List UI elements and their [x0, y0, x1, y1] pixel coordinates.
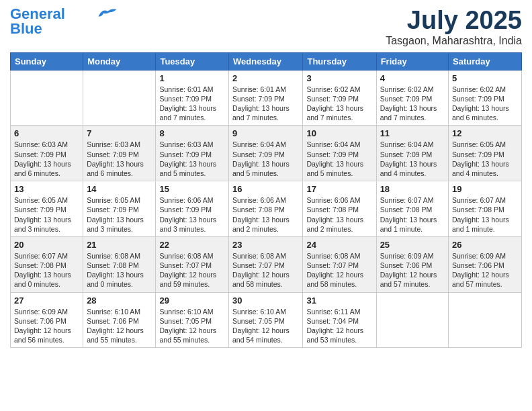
- table-row: 26Sunrise: 6:09 AMSunset: 7:06 PMDayligh…: [449, 236, 522, 292]
- day-number: 28: [87, 295, 152, 306]
- table-row: 23Sunrise: 6:08 AMSunset: 7:07 PMDayligh…: [229, 236, 303, 292]
- table-row: 20Sunrise: 6:07 AMSunset: 7:08 PMDayligh…: [11, 236, 83, 292]
- day-info: Sunrise: 6:02 AMSunset: 7:09 PMDaylight:…: [380, 85, 445, 123]
- table-row: [449, 292, 522, 348]
- table-row: 29Sunrise: 6:10 AMSunset: 7:05 PMDayligh…: [156, 292, 229, 348]
- calendar-week-row: 13Sunrise: 6:05 AMSunset: 7:09 PMDayligh…: [11, 181, 522, 237]
- table-row: 28Sunrise: 6:10 AMSunset: 7:06 PMDayligh…: [83, 292, 156, 348]
- table-row: 18Sunrise: 6:07 AMSunset: 7:08 PMDayligh…: [376, 181, 448, 237]
- table-row: 1Sunrise: 6:01 AMSunset: 7:09 PMDaylight…: [156, 70, 229, 126]
- day-number: 8: [159, 128, 225, 138]
- day-info: Sunrise: 6:11 AMSunset: 7:04 PMDaylight:…: [306, 307, 372, 345]
- day-info: Sunrise: 6:08 AMSunset: 7:07 PMDaylight:…: [306, 251, 372, 289]
- day-info: Sunrise: 6:05 AMSunset: 7:09 PMDaylight:…: [14, 195, 79, 234]
- day-number: 23: [232, 240, 299, 250]
- col-sunday: Sunday: [11, 52, 83, 70]
- table-row: 6Sunrise: 6:03 AMSunset: 7:09 PMDaylight…: [11, 126, 83, 181]
- day-number: 13: [14, 184, 79, 194]
- day-info: Sunrise: 6:10 AMSunset: 7:05 PMDaylight:…: [232, 307, 299, 345]
- day-info: Sunrise: 6:08 AMSunset: 7:07 PMDaylight:…: [159, 251, 225, 289]
- day-info: Sunrise: 6:08 AMSunset: 7:08 PMDaylight:…: [87, 251, 152, 289]
- table-row: 15Sunrise: 6:06 AMSunset: 7:09 PMDayligh…: [156, 181, 229, 237]
- day-number: 12: [452, 128, 518, 138]
- table-row: 3Sunrise: 6:02 AMSunset: 7:09 PMDaylight…: [303, 70, 376, 126]
- day-number: 11: [380, 128, 445, 138]
- table-row: 21Sunrise: 6:08 AMSunset: 7:08 PMDayligh…: [83, 236, 156, 292]
- day-number: 18: [380, 184, 445, 194]
- logo-bird-icon: [97, 7, 118, 19]
- table-row: 24Sunrise: 6:08 AMSunset: 7:07 PMDayligh…: [303, 236, 376, 292]
- day-number: 26: [452, 240, 518, 250]
- logo-text: General: [10, 7, 65, 21]
- day-number: 7: [87, 128, 152, 138]
- day-info: Sunrise: 6:05 AMSunset: 7:09 PMDaylight:…: [87, 195, 152, 234]
- table-row: 30Sunrise: 6:10 AMSunset: 7:05 PMDayligh…: [229, 292, 303, 348]
- calendar-week-row: 1Sunrise: 6:01 AMSunset: 7:09 PMDaylight…: [11, 70, 522, 126]
- day-number: 2: [232, 73, 299, 83]
- header: General Blue July 2025 Tasgaon, Maharash…: [10, 7, 522, 47]
- table-row: 22Sunrise: 6:08 AMSunset: 7:07 PMDayligh…: [156, 236, 229, 292]
- table-row: 8Sunrise: 6:03 AMSunset: 7:09 PMDaylight…: [156, 126, 229, 181]
- table-row: 16Sunrise: 6:06 AMSunset: 7:08 PMDayligh…: [229, 181, 303, 237]
- day-number: 25: [380, 240, 445, 250]
- logo-blue: Blue: [10, 21, 42, 36]
- col-monday: Monday: [83, 52, 156, 70]
- day-number: 16: [232, 184, 299, 194]
- table-row: 27Sunrise: 6:09 AMSunset: 7:06 PMDayligh…: [11, 292, 83, 348]
- day-number: 19: [452, 184, 518, 194]
- table-row: [11, 70, 83, 126]
- table-row: [376, 292, 448, 348]
- day-info: Sunrise: 6:07 AMSunset: 7:08 PMDaylight:…: [452, 195, 518, 234]
- calendar-table: Sunday Monday Tuesday Wednesday Thursday…: [10, 52, 522, 348]
- day-number: 5: [452, 73, 518, 83]
- col-saturday: Saturday: [449, 52, 522, 70]
- day-number: 29: [159, 295, 225, 306]
- day-number: 30: [232, 295, 299, 306]
- table-row: 10Sunrise: 6:04 AMSunset: 7:09 PMDayligh…: [303, 126, 376, 181]
- day-info: Sunrise: 6:07 AMSunset: 7:08 PMDaylight:…: [14, 251, 79, 289]
- day-number: 31: [306, 295, 372, 306]
- day-info: Sunrise: 6:04 AMSunset: 7:09 PMDaylight:…: [232, 140, 299, 178]
- col-thursday: Thursday: [303, 52, 376, 70]
- day-info: Sunrise: 6:04 AMSunset: 7:09 PMDaylight:…: [380, 140, 445, 178]
- table-row: 7Sunrise: 6:03 AMSunset: 7:09 PMDaylight…: [83, 126, 156, 181]
- day-info: Sunrise: 6:06 AMSunset: 7:08 PMDaylight:…: [306, 195, 372, 234]
- day-info: Sunrise: 6:07 AMSunset: 7:08 PMDaylight:…: [380, 195, 445, 234]
- day-info: Sunrise: 6:09 AMSunset: 7:06 PMDaylight:…: [452, 251, 518, 289]
- title-block: July 2025 Tasgaon, Maharashtra, India: [386, 7, 522, 47]
- calendar-header-row: Sunday Monday Tuesday Wednesday Thursday…: [11, 52, 522, 70]
- day-info: Sunrise: 6:09 AMSunset: 7:06 PMDaylight:…: [14, 307, 79, 345]
- col-friday: Friday: [376, 52, 448, 70]
- table-row: 11Sunrise: 6:04 AMSunset: 7:09 PMDayligh…: [376, 126, 448, 181]
- day-number: 24: [306, 240, 372, 250]
- day-info: Sunrise: 6:01 AMSunset: 7:09 PMDaylight:…: [159, 85, 225, 123]
- day-number: 15: [159, 184, 225, 194]
- day-info: Sunrise: 6:08 AMSunset: 7:07 PMDaylight:…: [232, 251, 299, 289]
- table-row: 5Sunrise: 6:02 AMSunset: 7:09 PMDaylight…: [449, 70, 522, 126]
- table-row: 2Sunrise: 6:01 AMSunset: 7:09 PMDaylight…: [229, 70, 303, 126]
- col-tuesday: Tuesday: [156, 52, 229, 70]
- col-wednesday: Wednesday: [229, 52, 303, 70]
- table-row: 13Sunrise: 6:05 AMSunset: 7:09 PMDayligh…: [11, 181, 83, 237]
- day-info: Sunrise: 6:03 AMSunset: 7:09 PMDaylight:…: [14, 140, 79, 178]
- day-number: 21: [87, 240, 152, 250]
- table-row: 9Sunrise: 6:04 AMSunset: 7:09 PMDaylight…: [229, 126, 303, 181]
- table-row: 31Sunrise: 6:11 AMSunset: 7:04 PMDayligh…: [303, 292, 376, 348]
- page-container: General Blue July 2025 Tasgaon, Maharash…: [0, 0, 532, 355]
- day-info: Sunrise: 6:10 AMSunset: 7:05 PMDaylight:…: [159, 307, 225, 345]
- day-info: Sunrise: 6:03 AMSunset: 7:09 PMDaylight:…: [87, 140, 152, 178]
- table-row: 17Sunrise: 6:06 AMSunset: 7:08 PMDayligh…: [303, 181, 376, 237]
- day-number: 1: [159, 73, 225, 83]
- table-row: 14Sunrise: 6:05 AMSunset: 7:09 PMDayligh…: [83, 181, 156, 237]
- day-info: Sunrise: 6:09 AMSunset: 7:06 PMDaylight:…: [380, 251, 445, 289]
- day-info: Sunrise: 6:06 AMSunset: 7:08 PMDaylight:…: [232, 195, 299, 234]
- month-year: July 2025: [386, 7, 522, 35]
- calendar-week-row: 6Sunrise: 6:03 AMSunset: 7:09 PMDaylight…: [11, 126, 522, 181]
- day-number: 6: [14, 128, 79, 138]
- logo: General Blue: [10, 7, 118, 36]
- day-number: 20: [14, 240, 79, 250]
- day-info: Sunrise: 6:06 AMSunset: 7:09 PMDaylight:…: [159, 195, 225, 234]
- table-row: 19Sunrise: 6:07 AMSunset: 7:08 PMDayligh…: [449, 181, 522, 237]
- day-info: Sunrise: 6:02 AMSunset: 7:09 PMDaylight:…: [452, 85, 518, 123]
- calendar-week-row: 20Sunrise: 6:07 AMSunset: 7:08 PMDayligh…: [11, 236, 522, 292]
